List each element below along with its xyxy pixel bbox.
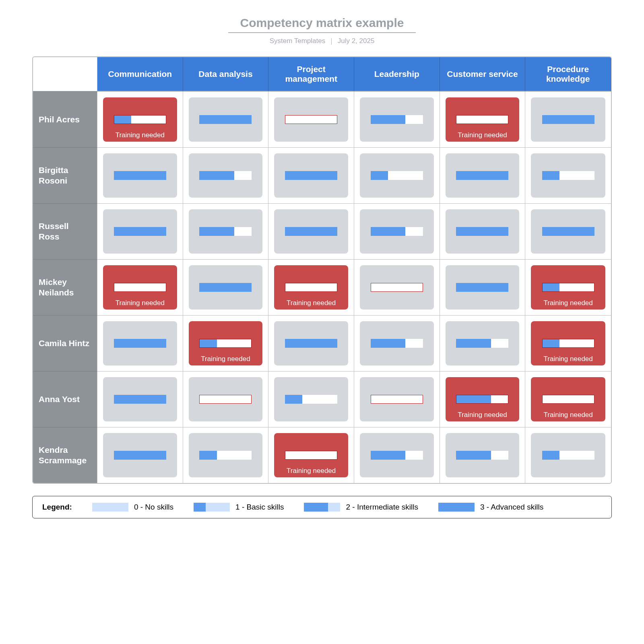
skill-bar-fill: [371, 227, 406, 236]
matrix-cell[interactable]: [97, 371, 183, 427]
matrix-cell[interactable]: Training needed: [97, 91, 183, 147]
page-title: Competency matrix example: [228, 16, 416, 33]
matrix-cell[interactable]: [440, 147, 526, 203]
column-header: Leadership: [354, 57, 440, 91]
training-card: Training needed: [274, 433, 348, 477]
skill-bar: [199, 451, 252, 460]
skill-bar: [371, 171, 423, 180]
column-header: Data analysis: [183, 57, 269, 91]
matrix-cell[interactable]: [525, 147, 611, 203]
matrix-cell[interactable]: Training needed: [525, 259, 611, 315]
matrix-cell[interactable]: Training needed: [525, 371, 611, 427]
title-block: Competency matrix example System Templat…: [228, 16, 416, 45]
legend-label: 0 - No skills: [134, 503, 173, 512]
matrix-cell[interactable]: Training needed: [268, 427, 354, 483]
skill-bar: [456, 227, 508, 236]
matrix-cell[interactable]: [183, 91, 269, 147]
matrix-cell[interactable]: [268, 315, 354, 371]
matrix-cell[interactable]: Training needed: [440, 371, 526, 427]
row-header: Anna Yost: [33, 371, 97, 427]
skill-card: [446, 209, 520, 254]
skill-bar-fill: [114, 339, 166, 348]
skill-bar-fill: [371, 115, 406, 124]
matrix-cell[interactable]: Training needed: [183, 315, 269, 371]
matrix-cell[interactable]: [525, 91, 611, 147]
training-label: Training needed: [446, 411, 520, 419]
matrix-cell[interactable]: [440, 259, 526, 315]
skill-bar: [285, 395, 337, 404]
training-card: Training needed: [103, 97, 177, 142]
matrix-cell[interactable]: [525, 427, 611, 483]
training-card: Training needed: [274, 265, 348, 310]
training-label: Training needed: [531, 355, 605, 363]
column-header: Customer service: [440, 57, 526, 91]
matrix-cell[interactable]: [183, 427, 269, 483]
matrix-cell[interactable]: [183, 147, 269, 203]
matrix-cell[interactable]: Training needed: [97, 259, 183, 315]
skill-bar-fill: [114, 451, 166, 460]
legend-item: 3 - Advanced skills: [438, 503, 543, 512]
matrix-cell[interactable]: [268, 371, 354, 427]
skill-bar: [285, 283, 337, 292]
legend-label: 1 - Basic skills: [235, 503, 284, 512]
matrix-cell[interactable]: [268, 147, 354, 203]
matrix-cell[interactable]: [183, 371, 269, 427]
matrix-cell[interactable]: Training needed: [525, 315, 611, 371]
matrix-cell[interactable]: Training needed: [268, 259, 354, 315]
matrix-cell[interactable]: [440, 203, 526, 259]
skill-bar-fill: [114, 171, 166, 180]
matrix-cell[interactable]: [354, 427, 440, 483]
matrix-cell[interactable]: Training needed: [440, 91, 526, 147]
training-label: Training needed: [531, 411, 605, 419]
matrix-cell[interactable]: [354, 147, 440, 203]
skill-card: [103, 321, 177, 365]
skill-bar: [371, 339, 423, 348]
matrix-cell[interactable]: [354, 91, 440, 147]
skill-bar-fill: [285, 171, 337, 180]
training-card: Training needed: [531, 321, 605, 365]
skill-bar: [199, 115, 252, 124]
skill-bar: [542, 339, 594, 348]
matrix-cell[interactable]: [354, 203, 440, 259]
skill-card: [103, 209, 177, 254]
training-label: Training needed: [103, 131, 177, 139]
matrix-cell[interactable]: [97, 203, 183, 259]
legend-swatch: [92, 503, 128, 512]
competency-matrix: CommunicationData analysisProject manage…: [32, 56, 612, 484]
skill-bar: [199, 283, 252, 292]
training-card: Training needed: [103, 265, 177, 310]
matrix-cell[interactable]: [440, 315, 526, 371]
row-header: Phil Acres: [33, 91, 97, 147]
matrix-cell[interactable]: [268, 203, 354, 259]
matrix-cell[interactable]: [183, 259, 269, 315]
skill-bar: [371, 451, 423, 460]
matrix-cell[interactable]: [97, 427, 183, 483]
skill-bar-fill: [199, 283, 252, 292]
legend-swatch: [304, 503, 340, 512]
training-label: Training needed: [189, 355, 263, 363]
matrix-cell[interactable]: [354, 315, 440, 371]
matrix-cell[interactable]: [440, 427, 526, 483]
skill-bar-fill: [456, 395, 491, 403]
column-header: Communication: [97, 57, 183, 91]
skill-bar: [114, 283, 166, 292]
matrix-cell[interactable]: [97, 147, 183, 203]
matrix-cell[interactable]: [97, 315, 183, 371]
skill-card: [274, 321, 348, 365]
matrix-cell[interactable]: [354, 259, 440, 315]
skill-bar: [114, 115, 166, 124]
matrix-cell[interactable]: [268, 91, 354, 147]
legend-item: 2 - Intermediate skills: [304, 503, 418, 512]
matrix-cell[interactable]: [354, 371, 440, 427]
skill-bar-fill: [542, 171, 559, 180]
skill-bar-fill: [114, 395, 166, 404]
matrix-cell[interactable]: [525, 203, 611, 259]
skill-card: [274, 377, 348, 421]
skill-card: [189, 377, 263, 421]
training-card: Training needed: [446, 97, 520, 142]
skill-bar: [456, 395, 508, 404]
skill-bar: [114, 227, 166, 236]
row-header: Camila Hintz: [33, 315, 97, 371]
skill-card: [446, 265, 520, 310]
matrix-cell[interactable]: [183, 203, 269, 259]
